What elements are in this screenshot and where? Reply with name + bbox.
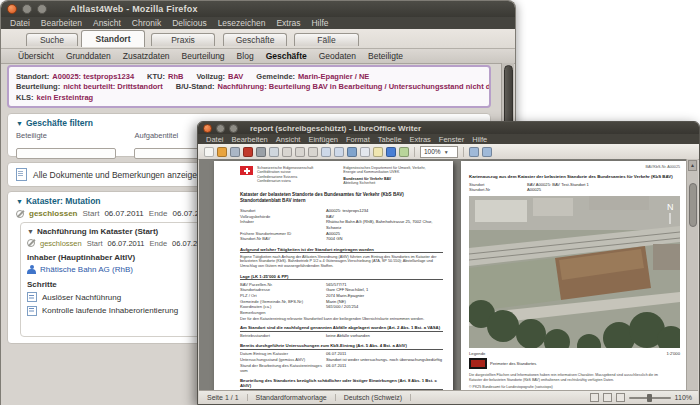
department-block: Eidgenössisches Departement für Umwelt, …: [343, 166, 425, 185]
close-icon[interactable]: [203, 124, 212, 133]
section-heading: Lage (LK 1:25'000 & PP): [240, 274, 443, 281]
untersuchungen-rows: Datum Eintrag im Kataster06.07.2011Unter…: [240, 351, 443, 374]
cut-icon[interactable]: [282, 147, 292, 157]
libreoffice-titlebar[interactable]: report (schreibgeschützt) - LibreOffice …: [198, 122, 699, 134]
statusbar-page[interactable]: Seite 1 / 1: [205, 394, 248, 401]
menu-item[interactable]: Ansicht: [276, 135, 301, 144]
menu-item[interactable]: Bearbeiten: [232, 135, 268, 144]
scrollbar-thumb[interactable]: [689, 183, 697, 227]
print-preview-icon[interactable]: [269, 147, 279, 157]
subtab-grunddaten[interactable]: Grunddaten: [66, 51, 111, 61]
menu-item[interactable]: Datei: [10, 18, 30, 28]
map-copyright: © PK25 Bundesamt für Landestopografie (s…: [469, 385, 680, 389]
tab-geschaefte[interactable]: Geschäfte: [223, 33, 287, 46]
redo-icon[interactable]: [334, 147, 344, 157]
legend-label: Legende: [469, 351, 485, 356]
lage-rows: BAV Parzellen-Nr.565/577/71Standortadres…: [240, 282, 443, 316]
firefox-titlebar[interactable]: Altlast4Web - Mozilla Firefox: [1, 1, 515, 17]
subtab-zusatzdaten[interactable]: Zusatzdaten: [123, 51, 170, 61]
statusbar-style[interactable]: Standardformatvorlage: [248, 394, 336, 401]
section-heading: Aufgrund welcher Tätigkeiten ist der Sta…: [240, 247, 443, 254]
statusbar-language[interactable]: Deutsch (Schweiz): [336, 394, 411, 401]
menu-item[interactable]: Chronik: [132, 18, 161, 28]
show-documents-link[interactable]: Alle Dokumente und Bemerkungen anzeigen: [33, 170, 202, 180]
inhaber-link[interactable]: Rhätische Bahn AG (RhB): [40, 265, 133, 274]
standort-info-box: Standort:A00025: testprops1234KTU:RhBVol…: [7, 65, 491, 108]
page-next-icon[interactable]: [482, 147, 492, 157]
start-date: 06.07.2011: [104, 209, 143, 218]
minimize-icon[interactable]: [216, 124, 225, 133]
find-replace-icon[interactable]: [373, 147, 383, 157]
subtab-geodaten[interactable]: Geodaten: [319, 51, 356, 61]
menu-item[interactable]: Fenster: [439, 135, 464, 144]
subtab-uebersicht[interactable]: Übersicht: [18, 51, 54, 61]
subtab-blog[interactable]: Blog: [237, 51, 254, 61]
close-icon[interactable]: [7, 4, 17, 14]
hyperlink-icon[interactable]: [347, 147, 357, 157]
book-view-icon[interactable]: [616, 393, 625, 402]
task-icon: [27, 306, 37, 316]
page-previous-icon[interactable]: [469, 147, 479, 157]
writer-scrollbar[interactable]: ▲: [686, 159, 698, 391]
menu-item[interactable]: Ansicht: [93, 18, 121, 28]
subtab-beurteilung[interactable]: Beurteilung: [182, 51, 225, 61]
paste-icon[interactable]: [308, 147, 318, 157]
tab-strip: Suche Standort Praxis Geschäfte Fälle: [1, 29, 515, 49]
menu-item[interactable]: Extras: [276, 18, 300, 28]
field-row: Betriebsstandortkeine Abfälle vorhanden: [240, 333, 443, 339]
zoom-slider[interactable]: [629, 397, 671, 399]
statusbar-zoom[interactable]: 110%: [675, 394, 692, 401]
zoom-slider-knob[interactable]: [647, 394, 652, 402]
zoom-combobox[interactable]: 100%▼: [420, 146, 458, 158]
navigator-icon[interactable]: [386, 147, 396, 157]
collapse-triangle-icon: ▼: [16, 120, 23, 127]
maximize-icon[interactable]: [37, 4, 47, 14]
menu-item[interactable]: Delicious: [172, 18, 207, 28]
svg-text:N: N: [667, 202, 674, 212]
menu-item[interactable]: Bearbeiten: [41, 18, 82, 28]
maximize-icon[interactable]: [229, 124, 238, 133]
tab-praxis[interactable]: Praxis: [151, 33, 215, 46]
confederation-lines: Schweizerische EidgenossenschaftConfédér…: [257, 166, 313, 185]
open-icon[interactable]: [217, 147, 227, 157]
export-pdf-icon[interactable]: [243, 147, 253, 157]
info-value: kein Ersteintrag: [37, 93, 94, 102]
schritt-row[interactable]: Kontrolle laufende Inhaberorientierung ✓: [27, 306, 205, 316]
menu-item[interactable]: Hilfe: [472, 135, 487, 144]
standort-info-line2: Beurteilung:nicht beurteilt: Drittstando…: [16, 82, 482, 91]
subtab-geschaefte[interactable]: Geschäfte: [266, 51, 307, 61]
firefox-menubar: DateiBearbeitenAnsichtChronikDeliciousLe…: [1, 17, 515, 29]
info-value: RhB: [168, 72, 183, 81]
menu-item[interactable]: Lesezeichen: [218, 18, 266, 28]
menu-item[interactable]: Extras: [410, 135, 431, 144]
tab-suche[interactable]: Suche: [26, 33, 78, 46]
single-page-view-icon[interactable]: [590, 393, 599, 402]
table-icon[interactable]: [360, 147, 370, 157]
minimize-icon[interactable]: [22, 4, 32, 14]
new-document-icon[interactable]: [204, 147, 214, 157]
menu-item[interactable]: Einfügen: [308, 135, 338, 144]
schritt-row[interactable]: Auslöser Nachführung ✓: [27, 292, 205, 302]
tab-standort[interactable]: Standort: [81, 30, 145, 47]
end-label: Ende: [149, 209, 168, 218]
menu-item[interactable]: Tabelle: [378, 135, 402, 144]
menu-item[interactable]: Format: [346, 135, 370, 144]
beteiligte-input[interactable]: [16, 148, 116, 159]
menu-item[interactable]: Datei: [206, 135, 224, 144]
subtab-beteiligte[interactable]: Beteiligte: [368, 51, 403, 61]
multi-page-view-icon[interactable]: [603, 393, 612, 402]
division-name: Abteilung Sicherheit: [343, 181, 425, 185]
status-state: geschlossen: [29, 209, 77, 218]
undo-icon[interactable]: [321, 147, 331, 157]
save-icon[interactable]: [230, 147, 240, 157]
copy-icon[interactable]: [295, 147, 305, 157]
print-icon[interactable]: [256, 147, 266, 157]
menu-item[interactable]: Hilfe: [311, 18, 328, 28]
document-icon: [16, 168, 27, 181]
info-value: Marin-Epagnier / NE: [298, 72, 369, 81]
scroll-up-icon[interactable]: ▲: [688, 160, 697, 171]
tab-faelle[interactable]: Fälle: [294, 33, 359, 46]
gallery-icon[interactable]: [399, 147, 409, 157]
window-title: Altlast4Web - Mozilla Firefox: [70, 4, 198, 14]
confederation-line: Confederaziun svizra: [257, 179, 313, 183]
